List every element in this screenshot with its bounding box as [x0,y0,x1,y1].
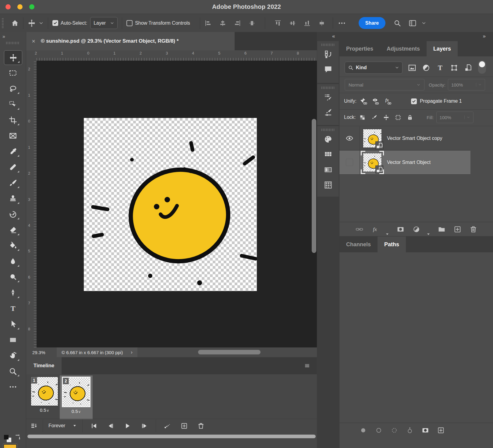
propagate-checkbox[interactable] [411,98,417,104]
crop-tool[interactable] [4,113,22,127]
more-tools[interactable] [4,380,22,394]
layer-name[interactable]: Vector Smart Object [387,160,431,165]
timeline-scrollbar[interactable] [27,435,316,438]
lock-position-icon[interactable] [383,114,389,121]
path-selection-icon[interactable] [391,427,398,434]
tab-paths[interactable]: Paths [378,236,406,252]
canvas[interactable] [84,118,257,291]
lock-pixels-icon[interactable] [371,114,378,121]
align-right-icon[interactable] [234,20,241,27]
layer-row[interactable]: Vector Smart Object [339,151,470,175]
marquee-tool[interactable] [4,66,22,80]
auto-select-checkbox[interactable] [52,20,58,26]
frame-thumbnail[interactable]: 2 [62,377,90,407]
first-frame-icon[interactable] [90,422,98,429]
layer-row[interactable]: Vector Smart Object copy [339,126,470,151]
adjustment-layer-icon[interactable] [413,226,420,233]
swatches-panel-button[interactable] [317,147,339,162]
align-middle-icon[interactable] [289,20,296,27]
expand-tools-chevron[interactable]: » [2,34,5,39]
tab-properties[interactable]: Properties [339,41,380,56]
horizontal-scrollbar[interactable] [198,350,261,354]
healing-brush-tool[interactable] [4,160,22,174]
work-path-icon[interactable] [406,427,413,434]
path-select-tool[interactable] [4,317,22,331]
close-tab-icon[interactable]: × [30,38,37,45]
zoom-level-field[interactable]: 29.3% [32,350,57,355]
expand-panels-chevron[interactable]: » [483,33,486,39]
layer-mask-icon[interactable] [397,226,404,233]
chevron-down-icon[interactable] [39,21,44,26]
zoom-tool[interactable] [4,364,22,378]
color-panel-panel-button[interactable] [317,132,339,147]
pixel-filter-icon[interactable] [408,64,416,72]
tab-layers[interactable]: Layers [427,41,458,56]
move-tool[interactable] [4,50,22,65]
unify-position-icon[interactable] [360,98,367,105]
next-frame-icon[interactable] [141,422,148,429]
lasso-tool[interactable] [4,82,22,96]
vertical-scrollbar[interactable] [312,119,316,253]
layer-visibility-toggle[interactable] [339,126,360,150]
history-panel-button[interactable] [317,47,339,62]
history-brush-tool[interactable] [4,207,22,221]
document-tab[interactable]: × © sunshine.psd @ 29.3% (Vector Smart O… [26,32,235,50]
share-button[interactable]: Share [359,17,385,29]
align-left-icon[interactable] [204,20,212,27]
swap-colors-icon[interactable] [14,434,21,441]
home-icon[interactable] [11,19,19,27]
layers-panel-menu-icon[interactable] [481,46,488,52]
distribute-h-icon[interactable] [248,20,256,27]
eyedropper-tool[interactable] [4,144,22,158]
distribute-v-icon[interactable] [318,20,325,27]
pen-tool[interactable] [4,286,22,300]
stroke-path-icon[interactable] [375,427,382,434]
unify-visibility-icon[interactable] [372,98,380,105]
smart-object-filter-icon[interactable] [464,64,472,72]
paint-bucket-tool[interactable] [4,239,22,253]
move-tool-icon[interactable] [28,19,36,27]
status-chevron-icon[interactable]: › [131,349,133,355]
type-filter-icon[interactable]: T [436,64,444,72]
tab-adjustments[interactable]: Adjustments [380,41,427,56]
auto-select-target-dropdown[interactable]: Layer [90,17,118,29]
new-path-icon[interactable] [437,427,445,434]
link-layers-icon[interactable] [356,226,363,233]
gradients-panel-button[interactable] [317,162,339,177]
timeline-frame-2[interactable]: 20.5∨ [60,375,93,419]
path-mask-icon[interactable] [422,427,429,434]
blur-tool[interactable] [4,254,22,268]
tab-channels[interactable]: Channels [339,236,378,252]
document-info[interactable]: © 6.667 in x 6.667 in (300 ppi) › [57,347,137,357]
object-selection-tool[interactable] [4,98,22,112]
previous-frame-icon[interactable] [107,422,114,429]
layer-group-icon[interactable] [438,226,445,233]
delete-layer-icon[interactable] [470,226,477,233]
rectangle-tool[interactable] [4,333,22,347]
dodge-tool[interactable] [4,270,22,284]
loop-count-dropdown[interactable]: Forever [43,423,82,428]
comment-panel-button[interactable] [317,62,339,77]
frame-thumbnail[interactable]: 1 [31,377,58,406]
chevron-down-icon[interactable] [421,21,426,26]
brush-settings-panel-button[interactable] [317,90,339,105]
layer-name[interactable]: Vector Smart Object copy [387,136,442,141]
eraser-tool[interactable] [4,223,22,237]
search-icon[interactable] [393,19,401,27]
delete-frame-icon[interactable] [197,422,204,429]
more-options-icon[interactable] [337,19,346,27]
type-tool[interactable]: T [4,301,22,315]
tab-timeline[interactable]: Timeline [26,357,62,374]
brushes-panel-button[interactable] [317,105,339,120]
align-center-h-icon[interactable] [219,20,226,27]
timeline-menu-icon[interactable] [304,363,310,368]
layer-thumbnail[interactable] [363,153,382,172]
lock-all-icon[interactable] [407,114,413,121]
frame-tool[interactable] [4,129,22,143]
filter-toggle[interactable] [478,60,486,74]
patterns-panel-button[interactable] [317,177,339,193]
workspace-icon[interactable] [409,19,417,27]
fill-field[interactable]: 100% [436,112,473,123]
collapse-panels-chevron[interactable]: « [332,33,335,39]
new-layer-icon[interactable] [454,226,461,233]
